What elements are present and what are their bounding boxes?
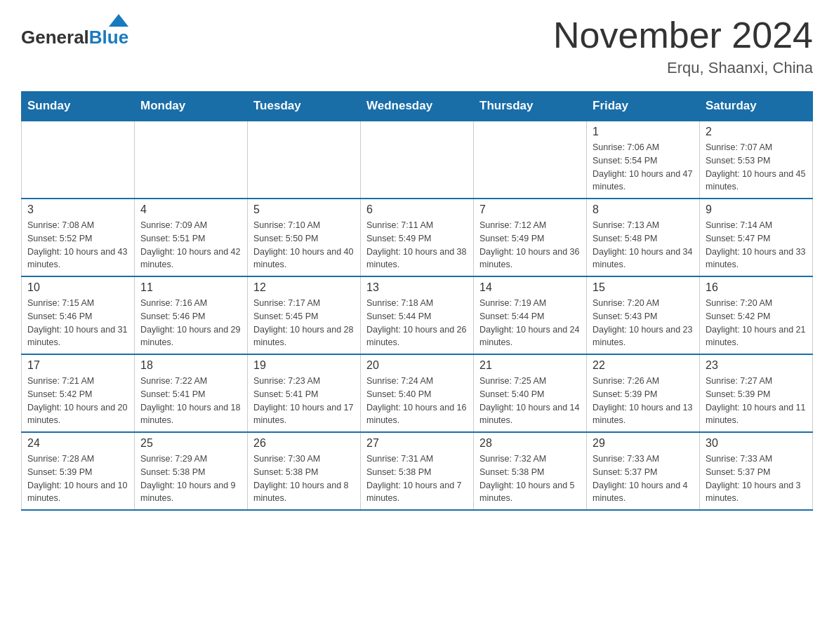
calendar-cell: 28Sunrise: 7:32 AMSunset: 5:38 PMDayligh… [474, 432, 587, 510]
calendar-cell: 12Sunrise: 7:17 AMSunset: 5:45 PMDayligh… [248, 276, 361, 354]
weekday-header-sunday: Sunday [22, 92, 135, 121]
calendar-table: SundayMondayTuesdayWednesdayThursdayFrid… [21, 91, 813, 511]
calendar-cell: 6Sunrise: 7:11 AMSunset: 5:49 PMDaylight… [361, 199, 474, 276]
day-info: Sunrise: 7:29 AMSunset: 5:38 PMDaylight:… [140, 452, 241, 505]
calendar-cell: 3Sunrise: 7:08 AMSunset: 5:52 PMDaylight… [22, 199, 135, 276]
day-number: 24 [27, 437, 128, 450]
day-info: Sunrise: 7:28 AMSunset: 5:39 PMDaylight:… [27, 452, 128, 505]
logo-blue-text: Blue [89, 27, 128, 48]
day-info: Sunrise: 7:13 AMSunset: 5:48 PMDaylight:… [593, 219, 694, 271]
day-info: Sunrise: 7:26 AMSunset: 5:39 PMDaylight:… [593, 375, 694, 427]
calendar-cell: 13Sunrise: 7:18 AMSunset: 5:44 PMDayligh… [361, 276, 474, 354]
day-info: Sunrise: 7:31 AMSunset: 5:38 PMDaylight:… [366, 452, 468, 505]
calendar-cell: 2Sunrise: 7:07 AMSunset: 5:53 PMDaylight… [700, 121, 813, 199]
day-number: 15 [593, 281, 694, 294]
day-number: 13 [366, 281, 468, 294]
day-number: 2 [706, 126, 807, 138]
calendar-cell: 1Sunrise: 7:06 AMSunset: 5:54 PMDaylight… [587, 121, 700, 199]
day-info: Sunrise: 7:07 AMSunset: 5:53 PMDaylight:… [706, 141, 807, 194]
day-info: Sunrise: 7:15 AMSunset: 5:46 PMDaylight:… [27, 297, 128, 349]
calendar-cell [22, 121, 135, 199]
calendar-cell: 24Sunrise: 7:28 AMSunset: 5:39 PMDayligh… [22, 432, 135, 510]
day-info: Sunrise: 7:32 AMSunset: 5:38 PMDaylight:… [479, 452, 581, 505]
day-number: 26 [253, 437, 355, 450]
calendar-cell: 11Sunrise: 7:16 AMSunset: 5:46 PMDayligh… [135, 276, 248, 354]
day-info: Sunrise: 7:27 AMSunset: 5:39 PMDaylight:… [706, 375, 807, 427]
calendar-cell: 18Sunrise: 7:22 AMSunset: 5:41 PMDayligh… [135, 354, 248, 432]
logo-blue-box: Blue [89, 14, 128, 48]
day-number: 11 [140, 281, 241, 294]
weekday-header-monday: Monday [135, 92, 248, 121]
day-info: Sunrise: 7:14 AMSunset: 5:47 PMDaylight:… [706, 219, 807, 271]
calendar-cell: 21Sunrise: 7:25 AMSunset: 5:40 PMDayligh… [474, 354, 587, 432]
day-number: 28 [479, 437, 581, 450]
calendar-cell: 9Sunrise: 7:14 AMSunset: 5:47 PMDaylight… [700, 199, 813, 276]
day-info: Sunrise: 7:24 AMSunset: 5:40 PMDaylight:… [366, 375, 468, 427]
day-number: 12 [253, 281, 355, 294]
day-number: 14 [479, 281, 581, 294]
weekday-header-saturday: Saturday [700, 92, 813, 121]
calendar-week-row: 3Sunrise: 7:08 AMSunset: 5:52 PMDaylight… [22, 199, 813, 276]
calendar-cell [135, 121, 248, 199]
calendar-cell [248, 121, 361, 199]
day-info: Sunrise: 7:20 AMSunset: 5:43 PMDaylight:… [593, 297, 694, 349]
calendar-cell: 10Sunrise: 7:15 AMSunset: 5:46 PMDayligh… [22, 276, 135, 354]
day-number: 16 [706, 281, 807, 294]
day-info: Sunrise: 7:20 AMSunset: 5:42 PMDaylight:… [706, 297, 807, 349]
calendar-cell: 27Sunrise: 7:31 AMSunset: 5:38 PMDayligh… [361, 432, 474, 510]
day-info: Sunrise: 7:18 AMSunset: 5:44 PMDaylight:… [366, 297, 468, 349]
day-info: Sunrise: 7:09 AMSunset: 5:51 PMDaylight:… [140, 219, 241, 271]
header: General Blue November 2024 Erqu, Shaanxi… [21, 14, 813, 77]
day-info: Sunrise: 7:08 AMSunset: 5:52 PMDaylight:… [27, 219, 128, 271]
day-number: 10 [27, 281, 128, 294]
calendar-cell: 16Sunrise: 7:20 AMSunset: 5:42 PMDayligh… [700, 276, 813, 354]
day-number: 7 [479, 203, 581, 216]
title-area: November 2024 Erqu, Shaanxi, China [553, 14, 813, 77]
calendar-week-row: 10Sunrise: 7:15 AMSunset: 5:46 PMDayligh… [22, 276, 813, 354]
calendar-cell: 30Sunrise: 7:33 AMSunset: 5:37 PMDayligh… [700, 432, 813, 510]
day-number: 17 [27, 359, 128, 372]
calendar-cell: 5Sunrise: 7:10 AMSunset: 5:50 PMDaylight… [248, 199, 361, 276]
day-number: 4 [140, 203, 241, 216]
calendar-cell [361, 121, 474, 199]
calendar-cell: 7Sunrise: 7:12 AMSunset: 5:49 PMDaylight… [474, 199, 587, 276]
day-number: 3 [27, 203, 128, 216]
logo-triangle-icon [109, 14, 128, 27]
calendar-cell [474, 121, 587, 199]
day-number: 8 [593, 203, 694, 216]
logo-general-text: General [21, 27, 89, 48]
day-info: Sunrise: 7:33 AMSunset: 5:37 PMDaylight:… [706, 452, 807, 505]
calendar-cell: 25Sunrise: 7:29 AMSunset: 5:38 PMDayligh… [135, 432, 248, 510]
day-info: Sunrise: 7:10 AMSunset: 5:50 PMDaylight:… [253, 219, 355, 271]
location-title: Erqu, Shaanxi, China [553, 59, 813, 77]
calendar-cell: 14Sunrise: 7:19 AMSunset: 5:44 PMDayligh… [474, 276, 587, 354]
calendar-week-row: 17Sunrise: 7:21 AMSunset: 5:42 PMDayligh… [22, 354, 813, 432]
calendar-week-row: 24Sunrise: 7:28 AMSunset: 5:39 PMDayligh… [22, 432, 813, 510]
day-info: Sunrise: 7:06 AMSunset: 5:54 PMDaylight:… [593, 141, 694, 194]
day-info: Sunrise: 7:12 AMSunset: 5:49 PMDaylight:… [479, 219, 581, 271]
calendar-cell: 15Sunrise: 7:20 AMSunset: 5:43 PMDayligh… [587, 276, 700, 354]
day-info: Sunrise: 7:22 AMSunset: 5:41 PMDaylight:… [140, 375, 241, 427]
day-number: 18 [140, 359, 241, 372]
day-number: 22 [593, 359, 694, 372]
day-number: 30 [706, 437, 807, 450]
day-number: 5 [253, 203, 355, 216]
calendar-cell: 4Sunrise: 7:09 AMSunset: 5:51 PMDaylight… [135, 199, 248, 276]
day-info: Sunrise: 7:25 AMSunset: 5:40 PMDaylight:… [479, 375, 581, 427]
day-number: 20 [366, 359, 468, 372]
calendar-cell: 26Sunrise: 7:30 AMSunset: 5:38 PMDayligh… [248, 432, 361, 510]
day-info: Sunrise: 7:17 AMSunset: 5:45 PMDaylight:… [253, 297, 355, 349]
calendar-cell: 8Sunrise: 7:13 AMSunset: 5:48 PMDaylight… [587, 199, 700, 276]
weekday-header-row: SundayMondayTuesdayWednesdayThursdayFrid… [22, 92, 813, 121]
logo: General Blue [21, 14, 128, 48]
day-info: Sunrise: 7:16 AMSunset: 5:46 PMDaylight:… [140, 297, 241, 349]
weekday-header-friday: Friday [587, 92, 700, 121]
calendar-cell: 29Sunrise: 7:33 AMSunset: 5:37 PMDayligh… [587, 432, 700, 510]
calendar-cell: 17Sunrise: 7:21 AMSunset: 5:42 PMDayligh… [22, 354, 135, 432]
day-info: Sunrise: 7:23 AMSunset: 5:41 PMDaylight:… [253, 375, 355, 427]
day-number: 6 [366, 203, 468, 216]
day-info: Sunrise: 7:33 AMSunset: 5:37 PMDaylight:… [593, 452, 694, 505]
calendar-cell: 23Sunrise: 7:27 AMSunset: 5:39 PMDayligh… [700, 354, 813, 432]
day-number: 25 [140, 437, 241, 450]
weekday-header-thursday: Thursday [474, 92, 587, 121]
